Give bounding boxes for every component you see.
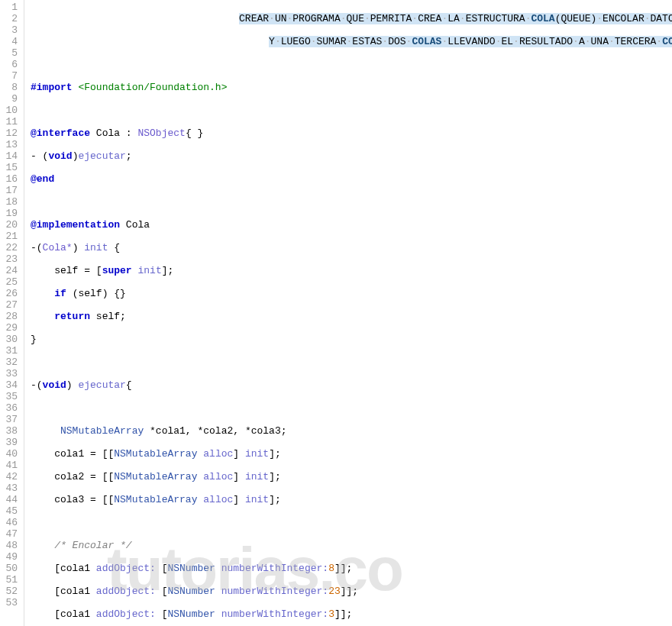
line-number: 14: [3, 150, 18, 162]
code-line[interactable]: [31, 59, 672, 70]
code-line[interactable]: [31, 357, 672, 368]
line-number: 13: [3, 139, 18, 150]
line-number: 49: [3, 551, 18, 563]
code-line[interactable]: cola2 = [[NSMutableArray alloc] init];: [31, 471, 672, 482]
line-number: 47: [3, 528, 18, 540]
code-content[interactable]: CREAR·UN·PROGRAMA·QUE·PEMRITA·CREA·LA·ES…: [24, 0, 672, 626]
line-number: 27: [3, 299, 18, 311]
line-number: 20: [3, 219, 18, 231]
line-number: 37: [3, 414, 18, 425]
line-number: 6: [3, 59, 18, 70]
code-line[interactable]: @end: [31, 173, 672, 185]
line-number: 4: [3, 36, 18, 47]
code-line[interactable]: cola3 = [[NSMutableArray alloc] init];: [31, 494, 672, 505]
line-number: 48: [3, 540, 18, 551]
line-number: 36: [3, 402, 18, 414]
line-number: 39: [3, 437, 18, 448]
line-number: 29: [3, 322, 18, 334]
line-number: 7: [3, 70, 18, 82]
line-number: 9: [3, 93, 18, 105]
code-line[interactable]: NSMutableArray *cola1, *cola2, *cola3;: [31, 425, 672, 437]
code-line[interactable]: /* Encolar */: [31, 540, 672, 551]
code-line[interactable]: return self;: [31, 311, 672, 322]
code-line[interactable]: cola1 = [[NSMutableArray alloc] init];: [31, 448, 672, 460]
code-line[interactable]: [cola1 addObject: [NSNumber numberWithIn…: [31, 586, 672, 597]
line-number: 52: [3, 586, 18, 597]
line-number: 53: [3, 597, 18, 608]
code-line[interactable]: self = [super init];: [31, 265, 672, 276]
code-editor: 1234567891011121314151617181920212223242…: [0, 0, 672, 626]
line-number: 31: [3, 345, 18, 357]
line-number: 16: [3, 173, 18, 185]
line-number: 30: [3, 334, 18, 345]
line-number: 28: [3, 311, 18, 322]
code-line[interactable]: [cola1 addObject: [NSNumber numberWithIn…: [31, 608, 672, 620]
code-line[interactable]: CREAR·UN·PROGRAMA·QUE·PEMRITA·CREA·LA·ES…: [31, 13, 672, 24]
code-line[interactable]: [31, 196, 672, 208]
line-number: 11: [3, 116, 18, 127]
line-number: 41: [3, 460, 18, 471]
line-number: 33: [3, 368, 18, 379]
line-number: 26: [3, 288, 18, 299]
code-line[interactable]: @implementation Cola: [31, 219, 672, 231]
code-line[interactable]: [31, 517, 672, 528]
line-number: 40: [3, 448, 18, 460]
code-line[interactable]: #import <Foundation/Foundation.h>: [31, 82, 672, 93]
line-number: 51: [3, 574, 18, 586]
line-number: 45: [3, 505, 18, 517]
code-line[interactable]: -(void) ejecutar{: [31, 379, 672, 391]
line-number: 5: [3, 47, 18, 59]
line-number: 24: [3, 265, 18, 276]
line-number-gutter: 1234567891011121314151617181920212223242…: [0, 0, 24, 626]
line-number: 3: [3, 24, 18, 36]
line-number: 15: [3, 162, 18, 173]
code-line[interactable]: Y·LUEGO·SUMAR·ESTAS·DOS·COLAS·LLEVANDO·E…: [31, 36, 672, 47]
code-line[interactable]: }: [31, 334, 672, 345]
line-number: 10: [3, 105, 18, 116]
line-number: 25: [3, 276, 18, 288]
line-number: 38: [3, 425, 18, 437]
line-number: 50: [3, 563, 18, 574]
line-number: 12: [3, 127, 18, 139]
line-number: 2: [3, 13, 18, 24]
line-number: 35: [3, 391, 18, 402]
line-number: 21: [3, 231, 18, 242]
line-number: 17: [3, 185, 18, 196]
code-line[interactable]: if (self) {}: [31, 288, 672, 299]
line-number: 22: [3, 242, 18, 253]
line-number: 18: [3, 196, 18, 208]
line-number: 19: [3, 208, 18, 219]
line-number: 23: [3, 253, 18, 265]
line-number: 32: [3, 357, 18, 368]
code-line[interactable]: - (void)ejecutar;: [31, 150, 672, 162]
line-number: 46: [3, 517, 18, 528]
line-number: 1: [3, 2, 18, 13]
line-number: 44: [3, 494, 18, 505]
code-line[interactable]: [31, 105, 672, 116]
code-line[interactable]: @interface Cola : NSObject{ }: [31, 127, 672, 139]
line-number: 8: [3, 82, 18, 93]
line-number: 34: [3, 379, 18, 391]
line-number: 42: [3, 471, 18, 482]
code-line[interactable]: -(Cola*) init {: [31, 242, 672, 253]
line-number: 43: [3, 482, 18, 494]
code-line[interactable]: [31, 402, 672, 414]
code-line[interactable]: [cola1 addObject: [NSNumber numberWithIn…: [31, 563, 672, 574]
